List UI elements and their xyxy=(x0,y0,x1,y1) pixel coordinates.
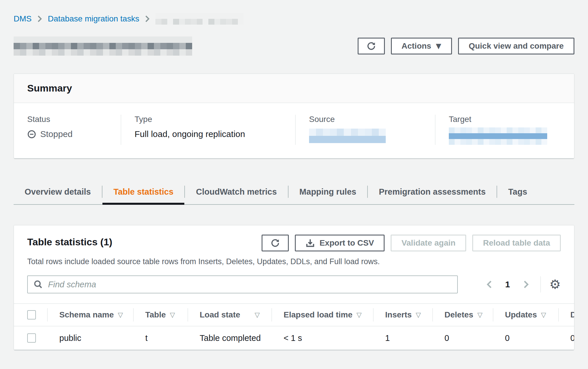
row-checkbox[interactable] xyxy=(27,333,36,343)
table-refresh-button[interactable] xyxy=(262,235,289,251)
search-icon xyxy=(34,280,43,289)
column-header-load-state[interactable]: Load state ▽ xyxy=(188,304,271,326)
breadcrumb-link-migration-tasks[interactable]: Database migration tasks xyxy=(48,14,139,23)
summary-field-type: Type Full load, ongoing replication xyxy=(121,115,295,145)
type-value: Full load, ongoing replication xyxy=(135,129,282,139)
table-header-row: Schema name ▽ Table ▽ Load state ▽ Elaps… xyxy=(14,303,574,326)
cell-schema-name: public xyxy=(47,333,133,343)
source-endpoint-link-redacted[interactable] xyxy=(309,129,386,143)
current-page-number[interactable]: 1 xyxy=(505,280,510,289)
column-header-inserts[interactable]: Inserts ▽ xyxy=(373,304,432,326)
tab-mapping-rules[interactable]: Mapping rules xyxy=(289,179,368,204)
export-to-csv-button[interactable]: Export to CSV xyxy=(295,235,385,251)
summary-field-status: Status Stopped xyxy=(14,115,121,145)
summary-title: Summary xyxy=(27,83,561,94)
column-header-ddls-clipped[interactable]: D xyxy=(558,304,574,326)
table-statistics-title: Table statistics (1) xyxy=(27,236,112,248)
caret-down-icon: ▼ xyxy=(436,43,441,50)
target-endpoint-link-redacted[interactable] xyxy=(449,127,547,145)
dms-task-page: DMS Database migration tasks Actions xyxy=(0,0,588,350)
tab-table-statistics[interactable]: Table statistics xyxy=(102,179,184,204)
header-actions: Actions ▼ Quick view and compare xyxy=(358,38,575,54)
table-actions: Export to CSV Validate again Reload tabl… xyxy=(262,235,561,251)
summary-card: Summary Status Stopped Type Full load, xyxy=(14,74,574,158)
stopped-status-icon xyxy=(27,130,36,139)
tab-cloudwatch-metrics[interactable]: CloudWatch metrics xyxy=(185,179,288,204)
actions-menu-button[interactable]: Actions ▼ xyxy=(391,38,452,54)
previous-page-button[interactable] xyxy=(486,280,493,289)
refresh-icon xyxy=(366,41,376,51)
column-header-elapsed-load-time[interactable]: Elapsed load time ▽ xyxy=(271,304,373,326)
table-statistics-table: Schema name ▽ Table ▽ Load state ▽ Elaps… xyxy=(14,303,574,350)
sort-icon: ▽ xyxy=(118,311,123,319)
cell-deletes: 0 xyxy=(432,333,493,343)
breadcrumb-current-redacted xyxy=(155,13,244,25)
breadcrumb-chevron-icon xyxy=(144,15,150,23)
table-statistics-panel: Table statistics (1) xyxy=(14,225,574,350)
cell-ddls-clipped: 0 xyxy=(558,333,574,343)
validate-again-button[interactable]: Validate again xyxy=(391,235,466,251)
table-statistics-description: Total rows include loaded source table r… xyxy=(27,257,561,266)
quick-view-compare-button[interactable]: Quick view and compare xyxy=(458,38,574,54)
sort-icon: ▽ xyxy=(357,311,362,319)
column-header-deletes[interactable]: Deletes ▽ xyxy=(432,304,493,326)
actions-menu-label: Actions xyxy=(402,42,431,50)
target-label: Target xyxy=(449,115,561,124)
breadcrumb-chevron-icon xyxy=(37,15,43,23)
source-label: Source xyxy=(309,115,422,124)
next-page-button[interactable] xyxy=(522,280,530,289)
find-schema-input[interactable] xyxy=(47,280,451,290)
type-label: Type xyxy=(135,115,282,124)
tab-tags[interactable]: Tags xyxy=(497,179,538,204)
sort-icon: ▽ xyxy=(255,311,260,319)
sort-icon: ▽ xyxy=(170,311,175,319)
table-preferences-gear-icon[interactable]: ⚙ xyxy=(550,278,561,291)
column-header-table[interactable]: Table ▽ xyxy=(133,304,188,326)
cell-load-state: Table completed xyxy=(188,333,271,343)
refresh-button[interactable] xyxy=(358,38,385,54)
column-header-updates[interactable]: Updates ▽ xyxy=(493,304,558,326)
task-detail-tabs: Overview details Table statistics CloudW… xyxy=(14,179,574,205)
summary-card-header: Summary xyxy=(14,74,574,103)
table-row: public t Table completed < 1 s 1 0 0 0 xyxy=(14,326,574,350)
reload-table-data-button[interactable]: Reload table data xyxy=(472,235,561,251)
status-label: Status xyxy=(27,115,107,124)
task-name-redacted xyxy=(14,36,192,56)
cell-updates: 0 xyxy=(493,333,558,343)
export-to-csv-label: Export to CSV xyxy=(319,239,374,247)
select-all-checkbox[interactable] xyxy=(27,310,36,319)
sort-icon: ▽ xyxy=(416,311,421,319)
breadcrumb: DMS Database migration tasks xyxy=(14,13,574,25)
cell-inserts: 1 xyxy=(373,333,432,343)
column-header-schema-name[interactable]: Schema name ▽ xyxy=(47,304,133,326)
tab-overview-details[interactable]: Overview details xyxy=(14,179,102,204)
refresh-icon xyxy=(270,238,280,248)
status-value: Stopped xyxy=(40,129,73,139)
cell-elapsed-load-time: < 1 s xyxy=(271,333,373,343)
breadcrumb-link-dms[interactable]: DMS xyxy=(14,14,32,23)
download-icon xyxy=(306,238,315,248)
pagination: 1 ⚙ xyxy=(486,276,561,293)
summary-field-target: Target xyxy=(435,115,575,145)
schema-search-box xyxy=(27,275,458,293)
sort-icon: ▽ xyxy=(541,311,546,319)
page-header: Actions ▼ Quick view and compare xyxy=(14,36,574,56)
sort-icon: ▽ xyxy=(477,311,483,319)
summary-grid: Status Stopped Type Full load, ongoing r… xyxy=(14,103,574,158)
tab-premigration-assessments[interactable]: Premigration assessments xyxy=(368,179,497,204)
summary-field-source: Source xyxy=(295,115,435,145)
pagination-divider xyxy=(540,276,541,293)
cell-table: t xyxy=(133,333,188,343)
